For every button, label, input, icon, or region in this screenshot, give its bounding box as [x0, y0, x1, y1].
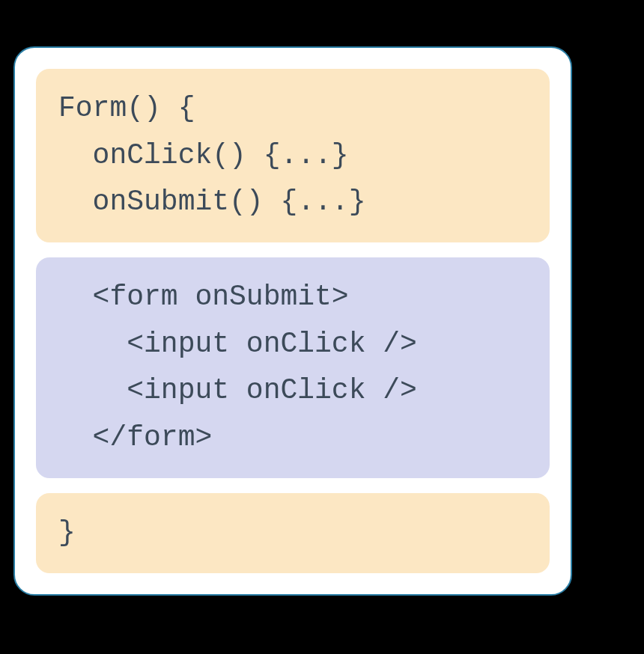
code-block-top: Form() { onClick() {...} onSubmit() {...… [36, 69, 550, 242]
code-card: Form() { onClick() {...} onSubmit() {...… [13, 46, 572, 596]
code-block-bottom: } [36, 493, 550, 573]
code-block-middle: <form onSubmit> <input onClick /> <input… [36, 257, 550, 478]
